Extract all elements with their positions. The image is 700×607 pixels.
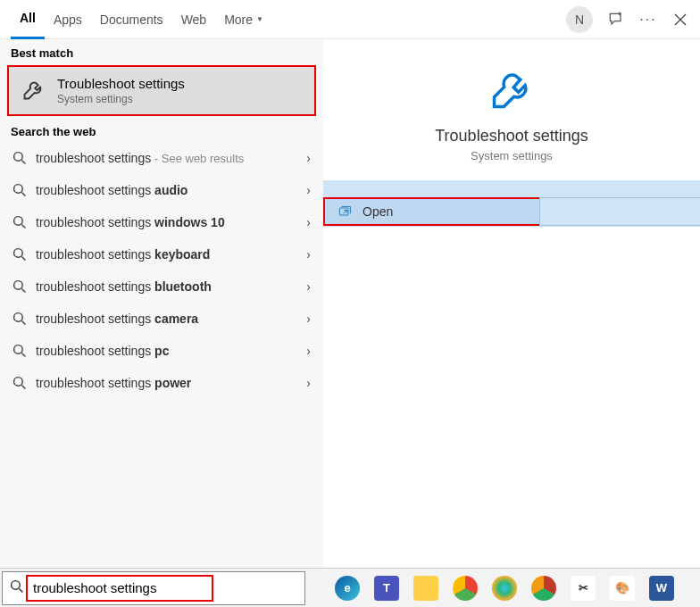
search-icon bbox=[12, 376, 27, 390]
chevron-down-icon: ▼ bbox=[256, 15, 263, 23]
search-icon bbox=[12, 215, 27, 229]
open-action[interactable]: Open bbox=[323, 197, 700, 226]
web-result-text: troubleshoot settings power bbox=[36, 376, 299, 390]
search-icon bbox=[12, 151, 27, 165]
web-result[interactable]: troubleshoot settings bluetooth › bbox=[0, 270, 323, 303]
svg-point-12 bbox=[14, 313, 23, 322]
search-icon bbox=[12, 247, 27, 262]
svg-line-3 bbox=[21, 160, 25, 163]
taskbar-app-chrome-canary[interactable] bbox=[527, 571, 561, 605]
svg-line-7 bbox=[21, 224, 25, 228]
open-row-extension bbox=[539, 197, 700, 226]
taskbar-app-word[interactable]: W bbox=[645, 571, 679, 605]
top-tabs: All Apps Documents Web More▼ N ··· bbox=[0, 0, 700, 39]
chevron-right-icon: › bbox=[306, 312, 311, 326]
svg-line-9 bbox=[21, 256, 25, 260]
search-icon bbox=[12, 312, 27, 326]
web-result-text: troubleshoot settings - See web results bbox=[36, 151, 299, 165]
svg-point-8 bbox=[14, 249, 23, 258]
preview-subtitle: System settings bbox=[341, 149, 682, 162]
tab-more[interactable]: More▼ bbox=[215, 0, 272, 39]
chevron-right-icon: › bbox=[306, 247, 311, 262]
web-result-text: troubleshoot settings keyboard bbox=[36, 247, 299, 262]
user-avatar[interactable]: N bbox=[566, 6, 593, 33]
wrench-large-icon bbox=[488, 100, 535, 115]
section-search-web: Search the web bbox=[0, 118, 323, 142]
chevron-right-icon: › bbox=[306, 151, 311, 165]
svg-line-13 bbox=[21, 320, 25, 324]
search-input[interactable] bbox=[33, 572, 304, 604]
best-match-subtitle: System settings bbox=[57, 93, 185, 105]
web-result[interactable]: troubleshoot settings windows 10 › bbox=[0, 206, 323, 238]
chevron-right-icon: › bbox=[306, 344, 311, 358]
web-result-text: troubleshoot settings pc bbox=[36, 344, 299, 358]
search-icon bbox=[10, 579, 26, 597]
taskbar-app-file-explorer[interactable] bbox=[409, 571, 443, 605]
preview-title: Troubleshoot settings bbox=[341, 127, 682, 146]
web-result[interactable]: troubleshoot settings camera › bbox=[0, 303, 323, 335]
web-result-text: troubleshoot settings audio bbox=[36, 183, 299, 197]
svg-line-5 bbox=[21, 192, 25, 195]
more-options-icon[interactable]: ··· bbox=[639, 11, 657, 29]
web-result[interactable]: troubleshoot settings - See web results … bbox=[0, 142, 323, 174]
open-label: Open bbox=[362, 204, 393, 219]
svg-point-10 bbox=[14, 281, 23, 290]
close-button[interactable] bbox=[671, 11, 689, 29]
search-icon bbox=[12, 279, 27, 294]
svg-point-16 bbox=[14, 378, 23, 387]
taskbar-app-slack[interactable] bbox=[488, 571, 521, 605]
taskbar-app-edge[interactable]: e bbox=[330, 571, 364, 605]
web-result-text: troubleshoot settings windows 10 bbox=[36, 215, 299, 229]
section-best-match: Best match bbox=[0, 39, 323, 63]
taskbar-app-paint[interactable]: 🎨 bbox=[605, 571, 639, 605]
tab-documents[interactable]: Documents bbox=[91, 0, 172, 39]
open-icon bbox=[338, 204, 352, 219]
web-result[interactable]: troubleshoot settings keyboard › bbox=[0, 238, 323, 270]
preview-panel: Troubleshoot settings System settings Op… bbox=[323, 39, 700, 568]
feedback-icon[interactable] bbox=[607, 11, 625, 29]
best-match-title: Troubleshoot settings bbox=[57, 76, 185, 91]
chevron-right-icon: › bbox=[306, 376, 311, 390]
tab-web[interactable]: Web bbox=[172, 0, 216, 39]
svg-line-11 bbox=[21, 288, 25, 292]
svg-point-2 bbox=[14, 153, 23, 162]
chevron-right-icon: › bbox=[306, 215, 311, 229]
tab-all[interactable]: All bbox=[11, 0, 45, 39]
svg-line-15 bbox=[21, 353, 25, 356]
wrench-icon bbox=[21, 77, 46, 105]
svg-point-6 bbox=[14, 217, 23, 226]
search-icon bbox=[12, 344, 27, 358]
search-box[interactable] bbox=[2, 571, 305, 605]
taskbar-app-chrome[interactable] bbox=[448, 571, 482, 605]
web-result[interactable]: troubleshoot settings power › bbox=[0, 367, 323, 399]
chevron-right-icon: › bbox=[306, 279, 311, 294]
chevron-right-icon: › bbox=[306, 183, 311, 197]
svg-point-4 bbox=[14, 185, 23, 194]
tab-apps[interactable]: Apps bbox=[45, 0, 91, 39]
web-result-text: troubleshoot settings camera bbox=[36, 312, 299, 326]
taskbar: eT✂🎨W bbox=[0, 568, 700, 607]
taskbar-app-snip[interactable]: ✂ bbox=[566, 571, 600, 605]
svg-line-17 bbox=[21, 385, 25, 388]
search-icon bbox=[12, 183, 27, 197]
best-match-result[interactable]: Troubleshoot settings System settings bbox=[7, 65, 316, 116]
results-panel: Best match Troubleshoot settings System … bbox=[0, 39, 323, 568]
svg-point-14 bbox=[14, 345, 23, 354]
svg-line-20 bbox=[19, 588, 22, 592]
web-result-text: troubleshoot settings bluetooth bbox=[36, 279, 299, 294]
svg-point-19 bbox=[12, 580, 21, 589]
web-result[interactable]: troubleshoot settings audio › bbox=[0, 174, 323, 206]
web-result[interactable]: troubleshoot settings pc › bbox=[0, 335, 323, 367]
taskbar-app-teams[interactable]: T bbox=[370, 571, 404, 605]
